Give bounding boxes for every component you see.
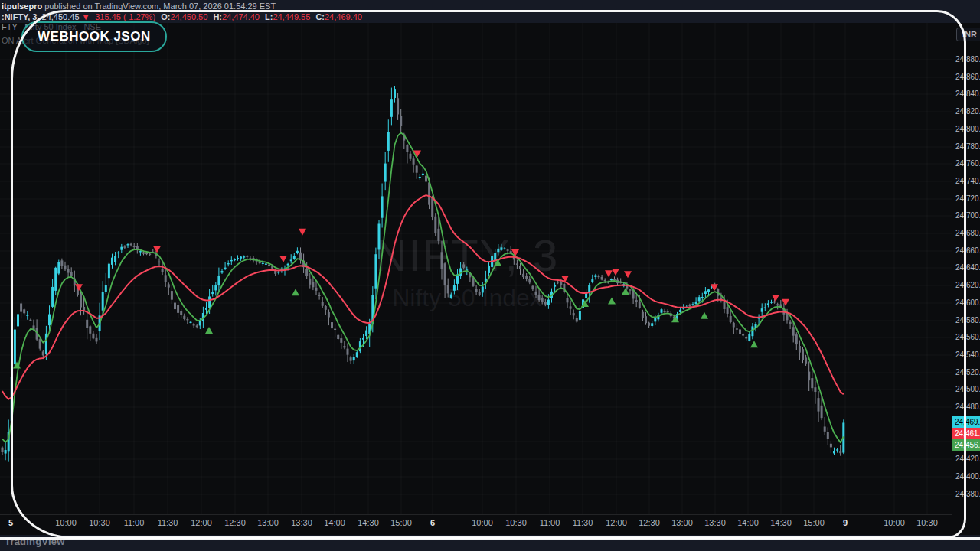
snapshot-header: itpulsepro published on TradingView.com,…	[0, 0, 980, 23]
candle-body	[789, 322, 792, 324]
candle-body	[23, 309, 25, 313]
candle-body	[96, 338, 98, 342]
publish-text: published on TradingView.com, March 07, …	[42, 2, 276, 11]
candle-body	[196, 325, 198, 327]
candle-body	[165, 275, 167, 282]
candle-body	[145, 253, 148, 254]
candle-body	[227, 263, 230, 264]
candle-body	[661, 309, 663, 313]
candle-body	[839, 451, 841, 453]
candle-body	[290, 259, 292, 261]
candle-body	[416, 165, 418, 172]
candle-body	[434, 217, 436, 233]
candle-body	[293, 256, 296, 259]
candle-body	[83, 307, 85, 310]
candle-body	[776, 304, 779, 305]
candle-body	[57, 262, 60, 274]
candle-body	[397, 98, 399, 114]
candle-body	[139, 251, 142, 252]
candle-body	[390, 99, 393, 117]
ohlc-low: L:24,449.55	[265, 12, 310, 21]
candle-body	[701, 297, 704, 298]
candle-body	[108, 264, 110, 279]
tradingview-logo[interactable]: TradingView	[5, 536, 65, 547]
candle-body	[431, 198, 433, 217]
candle-body	[331, 322, 333, 328]
candle-body	[767, 303, 769, 305]
candle-body	[5, 450, 7, 454]
candle-body	[567, 298, 569, 302]
candle-body	[149, 253, 151, 254]
candle-body	[246, 256, 248, 257]
candle-body	[824, 426, 826, 431]
candle-body	[510, 251, 512, 253]
candle-body	[799, 346, 801, 353]
candle-body	[462, 264, 465, 267]
candle-body	[528, 279, 531, 282]
candle-body	[507, 249, 509, 251]
candle-body	[325, 306, 327, 310]
symbol-info-bar: :NIFTY, 3 24,450.45 ▼ -315.45 (-1.27%) O…	[2, 12, 980, 21]
candle-body	[117, 253, 119, 253]
candle-body	[406, 145, 408, 152]
candle-body	[211, 292, 214, 294]
candle-body	[123, 246, 126, 247]
ohlc-close: C:24,469.40	[315, 12, 362, 21]
candle-body	[479, 292, 481, 295]
candle-body	[353, 357, 355, 360]
candle-body	[648, 323, 650, 326]
candle-body	[792, 327, 795, 335]
currency-button[interactable]: INR	[956, 28, 980, 41]
candle-body	[265, 263, 267, 264]
candle-body	[230, 260, 233, 261]
candle-body	[305, 269, 308, 276]
candle-body	[221, 271, 224, 272]
candle-body	[494, 253, 496, 260]
candle-body	[594, 275, 596, 277]
candle-body	[296, 251, 299, 253]
candle-body	[105, 285, 107, 292]
candle-body	[86, 320, 88, 328]
candle-body	[162, 269, 164, 272]
candle-body	[322, 302, 324, 306]
price-chart-pane[interactable]	[0, 0, 980, 551]
candle-body	[174, 303, 176, 310]
candle-body	[742, 334, 744, 336]
candle-body	[127, 244, 129, 245]
candle-body	[639, 302, 641, 308]
candle-body	[315, 288, 318, 291]
candle-body	[350, 357, 352, 360]
price-axis-separator	[952, 23, 952, 514]
candle-body	[268, 265, 270, 266]
candle-body	[240, 256, 242, 258]
buy-marker-icon	[622, 288, 629, 295]
candle-body	[340, 338, 342, 343]
candle-body	[217, 276, 220, 285]
candle-body	[70, 272, 73, 276]
candle-body	[707, 289, 710, 292]
candle-body	[183, 316, 185, 319]
candle-body	[413, 158, 415, 164]
sell-marker-icon	[782, 299, 789, 306]
candle-body	[802, 349, 804, 360]
candle-body	[400, 116, 402, 126]
candle-body	[29, 320, 31, 321]
candle-body	[836, 449, 838, 450]
buy-marker-icon	[750, 341, 758, 347]
candle-body	[190, 322, 192, 323]
candle-body	[475, 289, 478, 292]
candle-body	[158, 262, 161, 262]
candle-body	[262, 263, 264, 264]
candle-body	[437, 229, 439, 241]
ma-slow-line	[2, 195, 844, 399]
candle-body	[80, 294, 82, 308]
candle-body	[604, 280, 606, 281]
candle-body	[651, 323, 653, 326]
candle-body	[271, 266, 273, 269]
sell-marker-icon	[612, 269, 619, 276]
candle-body	[374, 254, 377, 289]
candle-body	[805, 357, 807, 363]
candle-body	[538, 295, 541, 300]
candle-body	[504, 249, 506, 249]
candle-body	[171, 291, 173, 300]
